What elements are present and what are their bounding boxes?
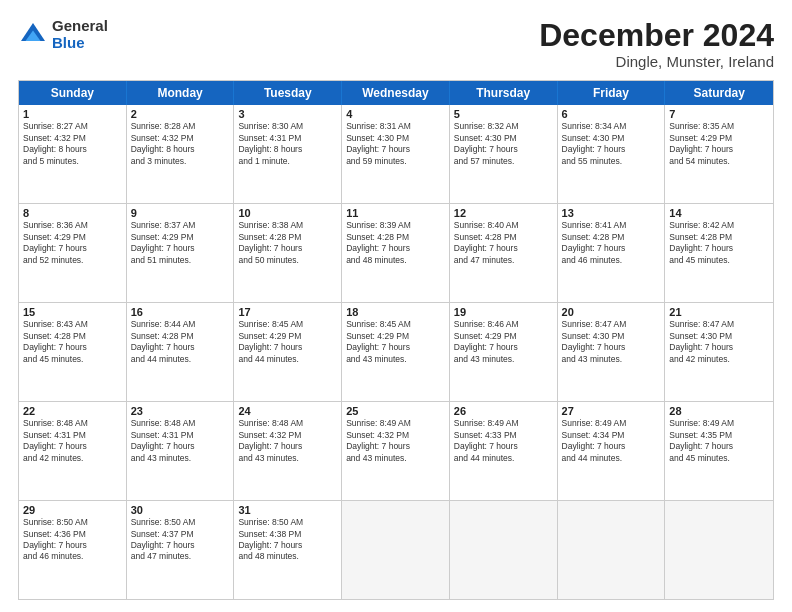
calendar-cell: 4Sunrise: 8:31 AM Sunset: 4:30 PM Daylig… [342,105,450,203]
cell-info: Sunrise: 8:41 AM Sunset: 4:28 PM Dayligh… [562,220,661,266]
calendar-cell: 24Sunrise: 8:48 AM Sunset: 4:32 PM Dayli… [234,402,342,500]
cell-info: Sunrise: 8:36 AM Sunset: 4:29 PM Dayligh… [23,220,122,266]
day-number: 4 [346,108,445,120]
cell-info: Sunrise: 8:45 AM Sunset: 4:29 PM Dayligh… [238,319,337,365]
cell-info: Sunrise: 8:28 AM Sunset: 4:32 PM Dayligh… [131,121,230,167]
day-number: 9 [131,207,230,219]
header-cell-wednesday: Wednesday [342,81,450,105]
calendar-cell [450,501,558,599]
calendar-cell [342,501,450,599]
day-number: 20 [562,306,661,318]
calendar-cell: 13Sunrise: 8:41 AM Sunset: 4:28 PM Dayli… [558,204,666,302]
page: General Blue December 2024 Dingle, Munst… [0,0,792,612]
cell-info: Sunrise: 8:35 AM Sunset: 4:29 PM Dayligh… [669,121,769,167]
day-number: 22 [23,405,122,417]
cell-info: Sunrise: 8:49 AM Sunset: 4:35 PM Dayligh… [669,418,769,464]
day-number: 19 [454,306,553,318]
cell-info: Sunrise: 8:48 AM Sunset: 4:32 PM Dayligh… [238,418,337,464]
day-number: 8 [23,207,122,219]
calendar-body: 1Sunrise: 8:27 AM Sunset: 4:32 PM Daylig… [19,105,773,599]
calendar-cell: 6Sunrise: 8:34 AM Sunset: 4:30 PM Daylig… [558,105,666,203]
cell-info: Sunrise: 8:45 AM Sunset: 4:29 PM Dayligh… [346,319,445,365]
day-number: 26 [454,405,553,417]
calendar-cell: 29Sunrise: 8:50 AM Sunset: 4:36 PM Dayli… [19,501,127,599]
day-number: 24 [238,405,337,417]
day-number: 23 [131,405,230,417]
day-number: 25 [346,405,445,417]
day-number: 27 [562,405,661,417]
header: General Blue December 2024 Dingle, Munst… [18,18,774,70]
cell-info: Sunrise: 8:49 AM Sunset: 4:34 PM Dayligh… [562,418,661,464]
day-number: 10 [238,207,337,219]
calendar-cell: 30Sunrise: 8:50 AM Sunset: 4:37 PM Dayli… [127,501,235,599]
day-number: 30 [131,504,230,516]
calendar-cell: 15Sunrise: 8:43 AM Sunset: 4:28 PM Dayli… [19,303,127,401]
cell-info: Sunrise: 8:27 AM Sunset: 4:32 PM Dayligh… [23,121,122,167]
day-number: 1 [23,108,122,120]
day-number: 17 [238,306,337,318]
cell-info: Sunrise: 8:39 AM Sunset: 4:28 PM Dayligh… [346,220,445,266]
calendar-cell: 31Sunrise: 8:50 AM Sunset: 4:38 PM Dayli… [234,501,342,599]
calendar-cell: 1Sunrise: 8:27 AM Sunset: 4:32 PM Daylig… [19,105,127,203]
calendar-cell: 5Sunrise: 8:32 AM Sunset: 4:30 PM Daylig… [450,105,558,203]
cell-info: Sunrise: 8:47 AM Sunset: 4:30 PM Dayligh… [562,319,661,365]
title-block: December 2024 Dingle, Munster, Ireland [539,18,774,70]
header-cell-sunday: Sunday [19,81,127,105]
cell-info: Sunrise: 8:46 AM Sunset: 4:29 PM Dayligh… [454,319,553,365]
cell-info: Sunrise: 8:48 AM Sunset: 4:31 PM Dayligh… [131,418,230,464]
logo: General Blue [18,18,108,51]
cell-info: Sunrise: 8:48 AM Sunset: 4:31 PM Dayligh… [23,418,122,464]
calendar-cell: 3Sunrise: 8:30 AM Sunset: 4:31 PM Daylig… [234,105,342,203]
calendar-row-5: 29Sunrise: 8:50 AM Sunset: 4:36 PM Dayli… [19,501,773,599]
day-number: 2 [131,108,230,120]
calendar-cell [558,501,666,599]
day-number: 31 [238,504,337,516]
calendar-cell: 10Sunrise: 8:38 AM Sunset: 4:28 PM Dayli… [234,204,342,302]
cell-info: Sunrise: 8:30 AM Sunset: 4:31 PM Dayligh… [238,121,337,167]
calendar-cell: 2Sunrise: 8:28 AM Sunset: 4:32 PM Daylig… [127,105,235,203]
day-number: 11 [346,207,445,219]
day-number: 21 [669,306,769,318]
cell-info: Sunrise: 8:49 AM Sunset: 4:33 PM Dayligh… [454,418,553,464]
cell-info: Sunrise: 8:50 AM Sunset: 4:37 PM Dayligh… [131,517,230,563]
calendar-cell: 27Sunrise: 8:49 AM Sunset: 4:34 PM Dayli… [558,402,666,500]
calendar-cell: 20Sunrise: 8:47 AM Sunset: 4:30 PM Dayli… [558,303,666,401]
calendar-cell: 19Sunrise: 8:46 AM Sunset: 4:29 PM Dayli… [450,303,558,401]
calendar-cell: 28Sunrise: 8:49 AM Sunset: 4:35 PM Dayli… [665,402,773,500]
cell-info: Sunrise: 8:50 AM Sunset: 4:38 PM Dayligh… [238,517,337,563]
logo-general-text: General [52,18,108,35]
day-number: 13 [562,207,661,219]
calendar-cell: 11Sunrise: 8:39 AM Sunset: 4:28 PM Dayli… [342,204,450,302]
day-number: 12 [454,207,553,219]
calendar-cell: 8Sunrise: 8:36 AM Sunset: 4:29 PM Daylig… [19,204,127,302]
calendar-cell: 21Sunrise: 8:47 AM Sunset: 4:30 PM Dayli… [665,303,773,401]
calendar: SundayMondayTuesdayWednesdayThursdayFrid… [18,80,774,600]
calendar-cell: 26Sunrise: 8:49 AM Sunset: 4:33 PM Dayli… [450,402,558,500]
calendar-cell: 25Sunrise: 8:49 AM Sunset: 4:32 PM Dayli… [342,402,450,500]
calendar-cell: 23Sunrise: 8:48 AM Sunset: 4:31 PM Dayli… [127,402,235,500]
calendar-cell: 7Sunrise: 8:35 AM Sunset: 4:29 PM Daylig… [665,105,773,203]
logo-blue-text: Blue [52,35,108,52]
cell-info: Sunrise: 8:40 AM Sunset: 4:28 PM Dayligh… [454,220,553,266]
cell-info: Sunrise: 8:34 AM Sunset: 4:30 PM Dayligh… [562,121,661,167]
cell-info: Sunrise: 8:44 AM Sunset: 4:28 PM Dayligh… [131,319,230,365]
day-number: 14 [669,207,769,219]
header-cell-monday: Monday [127,81,235,105]
calendar-cell: 12Sunrise: 8:40 AM Sunset: 4:28 PM Dayli… [450,204,558,302]
cell-info: Sunrise: 8:49 AM Sunset: 4:32 PM Dayligh… [346,418,445,464]
cell-info: Sunrise: 8:47 AM Sunset: 4:30 PM Dayligh… [669,319,769,365]
calendar-cell: 16Sunrise: 8:44 AM Sunset: 4:28 PM Dayli… [127,303,235,401]
calendar-cell: 17Sunrise: 8:45 AM Sunset: 4:29 PM Dayli… [234,303,342,401]
calendar-cell [665,501,773,599]
calendar-header: SundayMondayTuesdayWednesdayThursdayFrid… [19,81,773,105]
day-number: 15 [23,306,122,318]
header-cell-thursday: Thursday [450,81,558,105]
day-number: 5 [454,108,553,120]
header-cell-friday: Friday [558,81,666,105]
logo-text: General Blue [52,18,108,51]
cell-info: Sunrise: 8:43 AM Sunset: 4:28 PM Dayligh… [23,319,122,365]
cell-info: Sunrise: 8:42 AM Sunset: 4:28 PM Dayligh… [669,220,769,266]
cell-info: Sunrise: 8:38 AM Sunset: 4:28 PM Dayligh… [238,220,337,266]
cell-info: Sunrise: 8:50 AM Sunset: 4:36 PM Dayligh… [23,517,122,563]
calendar-row-2: 8Sunrise: 8:36 AM Sunset: 4:29 PM Daylig… [19,204,773,303]
